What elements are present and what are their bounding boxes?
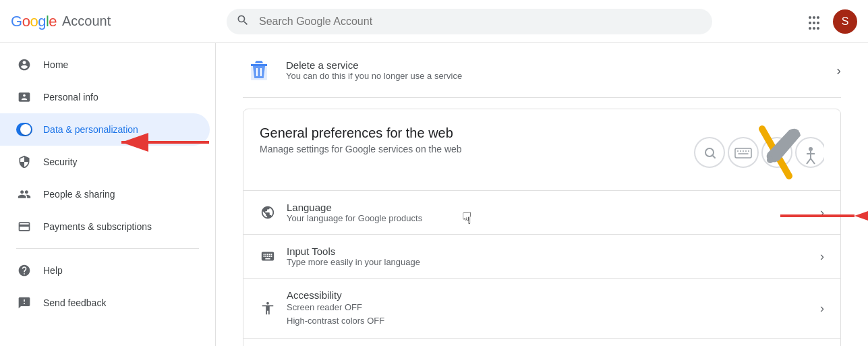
avatar[interactable]: S — [833, 9, 857, 34]
section-title: General preferences for the web — [260, 125, 689, 141]
google-logo: Google — [11, 13, 57, 30]
sidebar-home-label: Home — [43, 59, 68, 70]
accessibility-chevron: › — [820, 301, 824, 316]
sidebar-item-security[interactable]: Security — [0, 146, 210, 178]
sidebar-item-data-personalization[interactable]: Data & personalization — [0, 113, 210, 146]
delete-service-icon — [243, 54, 275, 86]
sidebar-people-label: People & sharing — [43, 189, 115, 200]
delete-service-row[interactable]: Delete a service You can do this if you … — [243, 43, 841, 98]
svg-point-17 — [767, 156, 774, 163]
section-header: General preferences for the web Manage s… — [243, 109, 840, 191]
content-area: Delete a service You can do this if you … — [216, 43, 868, 346]
search-bar — [227, 9, 712, 34]
section-illustration — [689, 125, 824, 179]
sidebar-item-send-feedback[interactable]: Send feedback — [0, 287, 210, 319]
main-layout: Home Personal info Data & personalizatio… — [0, 43, 868, 346]
input-tools-icon — [260, 248, 276, 264]
delete-service-desc: You can do this if you no longer use a s… — [286, 71, 826, 81]
tools-illustration — [689, 122, 824, 183]
people-icon — [16, 186, 32, 202]
accessibility-icon — [260, 300, 276, 316]
sidebar-feedback-label: Send feedback — [43, 297, 106, 308]
accessibility-title: Accessibility — [287, 289, 809, 301]
sidebar-divider — [16, 248, 199, 249]
svg-point-3 — [695, 138, 724, 167]
sidebar-payments-label: Payments & subscriptions — [43, 221, 152, 232]
sidebar-security-label: Security — [43, 156, 78, 167]
sidebar-item-payments[interactable]: Payments & subscriptions — [0, 210, 210, 243]
data-personalization-icon — [16, 121, 32, 138]
language-chevron: › — [820, 206, 824, 220]
delete-service-info: Delete a service You can do this if you … — [286, 59, 826, 81]
sidebar-item-people-sharing[interactable]: People & sharing — [0, 178, 210, 210]
search-settings-row[interactable]: Search settings Settings like private re… — [243, 339, 840, 346]
search-icon — [236, 13, 250, 30]
logo-area: Google Account — [11, 13, 227, 30]
content-inner: Delete a service You can do this if you … — [216, 43, 868, 346]
language-info: Language Your language for Google produc… — [287, 202, 809, 223]
accessibility-info: Accessibility Screen reader OFF High-con… — [287, 289, 809, 327]
delete-service-chevron: › — [836, 63, 841, 78]
help-icon — [16, 262, 32, 279]
security-icon — [16, 154, 32, 170]
language-icon — [260, 204, 276, 221]
home-icon — [16, 57, 32, 73]
personal-info-icon — [16, 89, 32, 105]
sidebar-item-personal-info[interactable]: Personal info — [0, 81, 210, 113]
svg-point-4 — [728, 138, 758, 167]
sidebar-item-help[interactable]: Help — [0, 254, 210, 287]
svg-line-8 — [712, 155, 715, 158]
accessibility-desc: Screen reader OFF High-contrast colors O… — [287, 301, 809, 327]
sidebar-item-home[interactable]: Home — [0, 49, 210, 81]
delete-service-title: Delete a service — [286, 59, 826, 71]
input-tools-title: Input Tools — [287, 246, 809, 257]
search-input[interactable] — [227, 9, 712, 34]
section-subtitle: Manage settings for Google services on t… — [260, 144, 689, 154]
topbar-right: S — [801, 8, 857, 35]
svg-point-18 — [809, 147, 813, 151]
cursor-hand: ☟ — [462, 209, 472, 335]
sidebar-data-label: Data & personalization — [43, 124, 138, 135]
input-tools-info: Input Tools Type more easily in your lan… — [287, 246, 809, 267]
general-preferences-card: General preferences for the web Manage s… — [243, 109, 841, 346]
svg-rect-9 — [735, 148, 751, 158]
language-desc: Your language for Google products — [287, 213, 809, 223]
svg-line-22 — [811, 158, 815, 164]
account-text: Account — [62, 13, 111, 29]
feedback-icon — [16, 295, 32, 311]
input-tools-row[interactable]: Input Tools Type more easily in your lan… — [243, 235, 840, 279]
accessibility-row[interactable]: Accessibility Screen reader OFF High-con… — [243, 279, 840, 339]
svg-line-21 — [807, 158, 811, 164]
topbar: Google Account S — [0, 0, 868, 43]
section-title-area: General preferences for the web Manage s… — [260, 125, 689, 154]
language-title: Language — [287, 202, 809, 213]
toggle-icon — [16, 123, 32, 136]
apps-icon[interactable] — [801, 8, 828, 35]
sidebar-help-label: Help — [43, 265, 63, 276]
payments-icon — [16, 219, 32, 235]
input-tools-chevron: › — [820, 250, 824, 264]
input-tools-desc: Type more easily in your language — [287, 257, 809, 267]
language-row[interactable]: Language Your language for Google produc… — [243, 191, 840, 235]
sidebar-personal-info-label: Personal info — [43, 92, 98, 103]
sidebar: Home Personal info Data & personalizatio… — [0, 43, 216, 346]
